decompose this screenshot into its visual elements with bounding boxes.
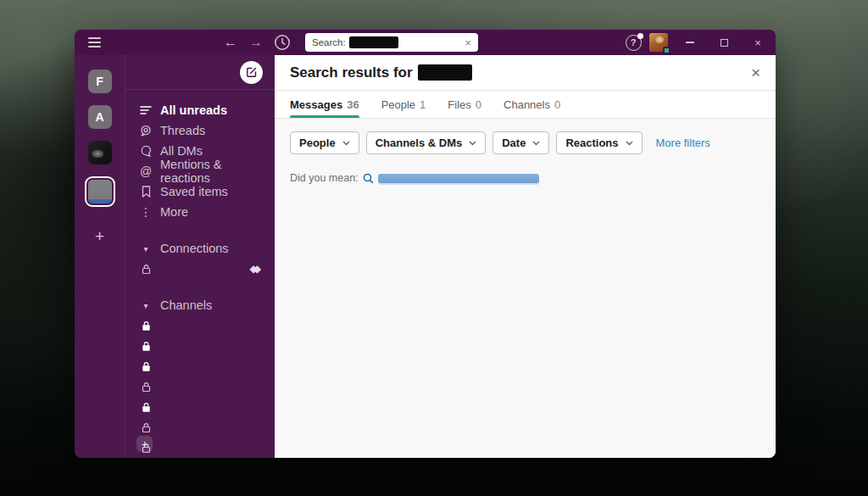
forward-icon[interactable]: → <box>246 30 266 55</box>
minimize-button[interactable] <box>673 30 707 55</box>
chevron-down-icon <box>469 141 476 146</box>
results-tabs: Messages 36 People 1 Files 0 Channels 0 <box>275 91 776 119</box>
search-results-panel: Search results for × Messages 36 People … <box>275 55 776 458</box>
filter-label: People <box>299 137 336 149</box>
avatar <box>649 33 668 52</box>
tab-channels[interactable]: Channels 0 <box>504 91 560 118</box>
more-filters-link[interactable]: More filters <box>656 137 710 149</box>
did-you-mean-row: Did you mean: <box>290 172 760 184</box>
dms-icon <box>139 146 153 157</box>
did-you-mean-label: Did you mean: <box>290 172 359 184</box>
channel-item[interactable] <box>125 315 275 336</box>
tab-label: People <box>381 98 415 111</box>
sidebar-header <box>125 55 275 90</box>
lock-icon <box>139 402 153 413</box>
filter-channels-dms-button[interactable]: Channels & DMs <box>366 131 487 154</box>
help-button[interactable]: ? <box>620 30 646 55</box>
connection-item[interactable]: ◆◆ <box>125 259 275 279</box>
section-label: Channels <box>160 298 212 312</box>
unreads-icon <box>139 105 153 115</box>
workspace-tile-a[interactable]: A <box>88 105 112 129</box>
chevron-down-icon <box>532 141 540 146</box>
section-connections: ▾ Connections ◆◆ <box>125 238 275 279</box>
section-connections-header[interactable]: ▾ Connections <box>125 238 275 259</box>
lock-icon <box>139 264 153 275</box>
channel-item[interactable] <box>125 397 275 417</box>
lock-icon <box>139 422 153 433</box>
threads-icon <box>139 125 153 137</box>
clear-search-icon[interactable]: × <box>465 36 471 49</box>
lock-icon <box>139 361 153 372</box>
chevron-down-icon: ▾ <box>139 244 153 254</box>
search-input[interactable]: Search: × <box>305 33 478 52</box>
lock-icon <box>139 382 153 393</box>
filter-label: Channels & DMs <box>376 137 463 149</box>
section-channels: ▾ Channels <box>125 295 275 458</box>
window-close-button[interactable]: × <box>741 30 775 55</box>
tab-label: Messages <box>290 98 342 111</box>
sidebar-item-label: All unreads <box>160 103 227 117</box>
tab-count: 0 <box>554 98 560 111</box>
sidebar-item-more[interactable]: ⋮ More <box>125 202 275 222</box>
chevron-down-icon: ▾ <box>139 301 153 310</box>
slack-window: ← → Search: × ? × F <box>75 30 776 458</box>
tab-count: 36 <box>347 98 359 111</box>
page-title: Search results for <box>290 64 413 81</box>
sidebar-nav: All unreads Threads <box>125 90 275 222</box>
results-content: People Channels & DMs Date Reactions <box>275 119 776 458</box>
history-icon[interactable] <box>271 30 293 55</box>
sidebar-item-label: Saved items <box>160 185 228 198</box>
tab-count: 1 <box>420 98 426 111</box>
user-menu-button[interactable] <box>648 30 670 55</box>
sidebar-item-all-unreads[interactable]: All unreads <box>125 100 275 120</box>
maximize-button[interactable] <box>707 30 741 55</box>
filter-people-button[interactable]: People <box>290 131 359 154</box>
sidebar-item-threads[interactable]: Threads <box>125 120 275 141</box>
add-workspace-button[interactable]: + <box>87 224 113 249</box>
add-channel-button[interactable]: + <box>136 436 153 452</box>
back-icon[interactable]: ← <box>220 30 241 55</box>
chevron-down-icon <box>626 141 633 146</box>
redacted-search-query <box>349 36 398 48</box>
compose-button[interactable] <box>240 61 263 84</box>
workspace-tile-photo[interactable] <box>88 141 112 164</box>
sidebar-item-label: More <box>160 205 188 219</box>
channel-item[interactable] <box>125 356 275 376</box>
filter-label: Reactions <box>565 137 618 149</box>
chevron-down-icon <box>342 141 350 146</box>
filter-date-button[interactable]: Date <box>492 131 549 154</box>
search-results-header: Search results for × <box>275 55 776 91</box>
lock-icon <box>139 341 153 352</box>
tab-files[interactable]: Files 0 <box>448 91 481 118</box>
workspace-tile-f[interactable]: F <box>88 70 112 93</box>
filter-reactions-button[interactable]: Reactions <box>556 131 642 154</box>
menu-icon[interactable] <box>83 30 105 55</box>
workspace-tile-selected[interactable] <box>85 176 115 207</box>
saved-icon <box>139 186 153 198</box>
lock-icon <box>139 320 153 332</box>
channel-item[interactable] <box>125 376 275 397</box>
channel-item[interactable] <box>125 336 275 356</box>
sidebar-item-label: Mentions & reactions <box>160 158 261 185</box>
slack-connect-icon: ◆◆ <box>250 263 261 275</box>
workspace-rail: F A + <box>75 55 125 458</box>
sidebar-item-label: Threads <box>160 124 205 137</box>
status-indicator <box>663 47 670 54</box>
filter-label: Date <box>502 137 526 149</box>
tab-people[interactable]: People 1 <box>381 91 426 118</box>
redacted-suggestion-link[interactable] <box>378 174 539 183</box>
titlebar: ← → Search: × ? × <box>75 30 776 55</box>
redacted-query <box>418 64 472 81</box>
tab-label: Files <box>448 98 470 111</box>
sidebar: All unreads Threads <box>125 55 275 458</box>
close-icon[interactable]: × <box>751 64 760 81</box>
notification-dot <box>637 33 643 39</box>
search-suggestion-icon <box>363 173 374 184</box>
more-icon: ⋮ <box>139 205 153 219</box>
sidebar-item-label: All DMs <box>160 144 203 158</box>
filter-bar: People Channels & DMs Date Reactions <box>290 131 760 154</box>
sidebar-item-mentions[interactable]: @ Mentions & reactions <box>125 161 275 181</box>
tab-messages[interactable]: Messages 36 <box>290 91 359 118</box>
channel-item[interactable] <box>125 417 275 437</box>
section-channels-header[interactable]: ▾ Channels <box>125 295 275 315</box>
